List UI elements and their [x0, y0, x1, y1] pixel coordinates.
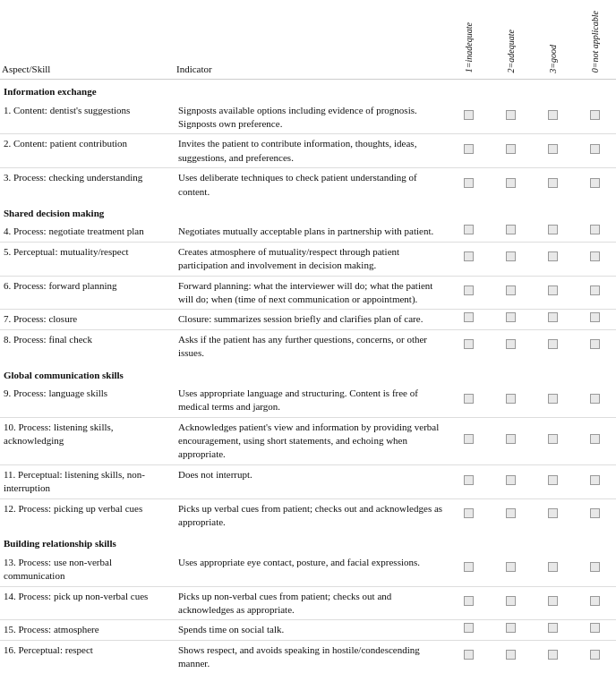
checkbox-0[interactable]	[590, 596, 600, 606]
checkbox-1[interactable]	[464, 596, 474, 606]
checkbox-3[interactable]	[548, 225, 558, 234]
checkbox-1[interactable]	[464, 508, 474, 518]
checkbox-3[interactable]	[548, 110, 558, 120]
rating-cell-3[interactable]	[532, 620, 574, 640]
rating-cell-1[interactable]	[448, 242, 490, 276]
rating-cell-2[interactable]	[490, 620, 532, 640]
checkbox-1[interactable]	[464, 623, 474, 633]
checkbox-0[interactable]	[590, 562, 600, 572]
rating-cell-1[interactable]	[448, 417, 490, 464]
rating-cell-3[interactable]	[532, 101, 574, 134]
checkbox-2[interactable]	[506, 285, 516, 295]
rating-cell-2[interactable]	[490, 242, 532, 276]
checkbox-0[interactable]	[590, 434, 600, 444]
rating-cell-3[interactable]	[532, 329, 574, 362]
rating-cell-1[interactable]	[448, 586, 490, 620]
checkbox-2[interactable]	[506, 508, 516, 518]
rating-cell-2[interactable]	[490, 553, 532, 586]
checkbox-3[interactable]	[548, 178, 558, 188]
rating-cell-0[interactable]	[574, 222, 616, 242]
checkbox-2[interactable]	[506, 312, 516, 322]
checkbox-0[interactable]	[590, 251, 600, 261]
checkbox-3[interactable]	[548, 508, 558, 518]
checkbox-3[interactable]	[548, 394, 558, 404]
rating-cell-3[interactable]	[532, 222, 574, 242]
rating-cell-0[interactable]	[574, 310, 616, 329]
checkbox-1[interactable]	[464, 144, 474, 154]
rating-cell-0[interactable]	[574, 417, 616, 464]
rating-cell-0[interactable]	[574, 620, 616, 640]
checkbox-0[interactable]	[590, 508, 600, 518]
rating-cell-1[interactable]	[448, 276, 490, 310]
rating-cell-2[interactable]	[490, 310, 532, 329]
rating-cell-1[interactable]	[448, 620, 490, 640]
checkbox-2[interactable]	[506, 475, 516, 485]
rating-cell-1[interactable]	[448, 329, 490, 362]
checkbox-1[interactable]	[464, 178, 474, 188]
rating-cell-2[interactable]	[490, 101, 532, 134]
rating-cell-2[interactable]	[490, 276, 532, 310]
checkbox-2[interactable]	[506, 623, 516, 633]
rating-cell-1[interactable]	[448, 222, 490, 242]
rating-cell-0[interactable]	[574, 586, 616, 620]
rating-cell-0[interactable]	[574, 101, 616, 134]
checkbox-0[interactable]	[590, 394, 600, 404]
checkbox-3[interactable]	[548, 339, 558, 349]
rating-cell-0[interactable]	[574, 498, 616, 532]
checkbox-2[interactable]	[506, 650, 516, 660]
rating-cell-2[interactable]	[490, 134, 532, 168]
checkbox-0[interactable]	[590, 650, 600, 660]
checkbox-0[interactable]	[590, 225, 600, 234]
rating-cell-1[interactable]	[448, 101, 490, 134]
checkbox-2[interactable]	[506, 110, 516, 120]
rating-cell-2[interactable]	[490, 222, 532, 242]
rating-cell-1[interactable]	[448, 384, 490, 417]
rating-cell-2[interactable]	[490, 329, 532, 362]
rating-cell-3[interactable]	[532, 242, 574, 276]
rating-cell-0[interactable]	[574, 276, 616, 310]
checkbox-3[interactable]	[548, 596, 558, 606]
rating-cell-1[interactable]	[448, 134, 490, 168]
checkbox-0[interactable]	[590, 178, 600, 188]
rating-cell-0[interactable]	[574, 168, 616, 201]
checkbox-1[interactable]	[464, 434, 474, 444]
checkbox-2[interactable]	[506, 144, 516, 154]
rating-cell-3[interactable]	[532, 168, 574, 201]
checkbox-2[interactable]	[506, 225, 516, 234]
rating-cell-3[interactable]	[532, 553, 574, 586]
checkbox-3[interactable]	[548, 475, 558, 485]
checkbox-1[interactable]	[464, 285, 474, 295]
rating-cell-0[interactable]	[574, 553, 616, 586]
rating-cell-1[interactable]	[448, 464, 490, 498]
checkbox-2[interactable]	[506, 178, 516, 188]
rating-cell-3[interactable]	[532, 417, 574, 464]
checkbox-1[interactable]	[464, 394, 474, 404]
checkbox-1[interactable]	[464, 562, 474, 572]
checkbox-1[interactable]	[464, 225, 474, 234]
checkbox-3[interactable]	[548, 312, 558, 322]
rating-cell-1[interactable]	[448, 553, 490, 586]
rating-cell-2[interactable]	[490, 417, 532, 464]
checkbox-2[interactable]	[506, 562, 516, 572]
rating-cell-0[interactable]	[574, 242, 616, 276]
rating-cell-2[interactable]	[490, 498, 532, 532]
rating-cell-0[interactable]	[574, 329, 616, 362]
checkbox-1[interactable]	[464, 339, 474, 349]
rating-cell-2[interactable]	[490, 464, 532, 498]
checkbox-0[interactable]	[590, 285, 600, 295]
rating-cell-1[interactable]	[448, 310, 490, 329]
rating-cell-3[interactable]	[532, 276, 574, 310]
checkbox-1[interactable]	[464, 251, 474, 261]
checkbox-3[interactable]	[548, 650, 558, 660]
checkbox-1[interactable]	[464, 650, 474, 660]
rating-cell-3[interactable]	[532, 586, 574, 620]
rating-cell-0[interactable]	[574, 640, 616, 673]
checkbox-0[interactable]	[590, 475, 600, 485]
checkbox-1[interactable]	[464, 110, 474, 120]
checkbox-3[interactable]	[548, 434, 558, 444]
checkbox-3[interactable]	[548, 144, 558, 154]
rating-cell-2[interactable]	[490, 640, 532, 673]
rating-cell-3[interactable]	[532, 640, 574, 673]
rating-cell-2[interactable]	[490, 168, 532, 201]
rating-cell-1[interactable]	[448, 168, 490, 201]
